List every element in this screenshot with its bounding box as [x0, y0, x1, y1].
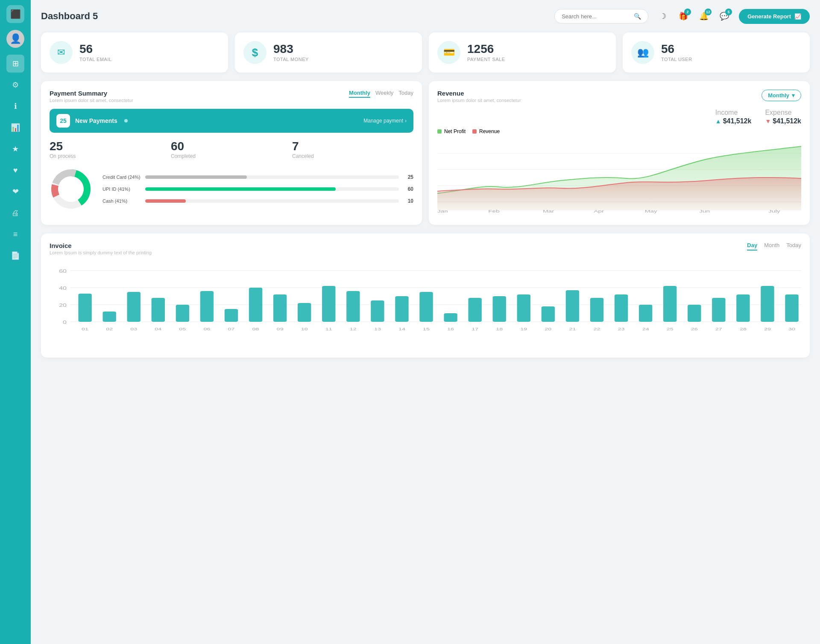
revenue-dot [472, 129, 477, 134]
tab-today-invoice[interactable]: Today [786, 242, 801, 251]
monthly-dropdown-button[interactable]: Monthly ▾ [761, 90, 801, 101]
svg-rect-82 [736, 294, 750, 322]
svg-text:Jun: Jun [699, 209, 710, 213]
invoice-header: Invoice Lorem Ipsum is simply dummy text… [50, 242, 801, 255]
arrow-down-icon: ▼ [765, 118, 771, 125]
payment-breakdown: Credit Card (24%) 25 UPI ID (41%) 60 [50, 168, 413, 210]
payment-panel-header: Payment Summary Lorem ipsum dolor sit am… [50, 90, 413, 103]
svg-text:24: 24 [642, 327, 649, 331]
stat-info-payment: 1256 PAYMENT SALE [467, 43, 505, 62]
avatar[interactable]: 👤 [6, 30, 24, 48]
tab-weekly-payment[interactable]: Weekly [375, 90, 393, 98]
total-user-number: 56 [661, 43, 692, 55]
generate-report-button[interactable]: Generate Report 📈 [739, 9, 810, 24]
sidebar-item-list[interactable]: ≡ [6, 225, 24, 243]
tab-monthly-payment[interactable]: Monthly [349, 90, 370, 98]
manage-payment-link[interactable]: Manage payment › [363, 118, 407, 124]
income-meta: Income ▲ $41,512k [715, 109, 752, 125]
cash-label: Cash (41%) [102, 198, 141, 204]
sidebar-item-star[interactable]: ★ [6, 140, 24, 158]
bell-button[interactable]: 🔔 12 [696, 9, 712, 24]
tab-month-invoice[interactable]: Month [764, 242, 779, 251]
svg-text:06: 06 [203, 327, 210, 331]
search-input[interactable] [562, 13, 630, 20]
gift-button[interactable]: 🎁 2 [676, 9, 691, 24]
credit-card-label: Credit Card (24%) [102, 175, 141, 180]
svg-rect-36 [176, 305, 189, 322]
svg-text:14: 14 [398, 327, 405, 331]
svg-text:02: 02 [106, 327, 113, 331]
new-payments-bar: 25 New Payments Manage payment › [50, 109, 413, 133]
search-icon: 🔍 [634, 13, 641, 20]
svg-text:09: 09 [277, 327, 284, 331]
donut-chart [50, 168, 92, 210]
sidebar-item-heart2[interactable]: ❤ [6, 183, 24, 201]
tab-today-payment[interactable]: Today [398, 90, 413, 98]
stat-info-email: 56 TOTAL EMAIL [79, 43, 112, 62]
svg-text:29: 29 [764, 327, 771, 331]
sidebar-item-dashboard[interactable]: ⊞ [6, 55, 24, 73]
credit-card-value: 25 [403, 174, 413, 180]
chat-button[interactable]: 💬 5 [717, 9, 732, 24]
payment-sale-number: 1256 [467, 43, 505, 55]
completed-number: 60 [171, 140, 292, 153]
invoice-tabs: Day Month Today [747, 242, 801, 251]
revenue-subtitle: Lorem ipsum dolor sit amet, consectetur [437, 98, 521, 103]
sidebar-item-info[interactable]: ℹ [6, 97, 24, 115]
svg-rect-84 [761, 286, 774, 322]
revenue-chart: Jan Feb Mar Apr May Jun July 0 30 60 90 … [437, 138, 801, 216]
cash-bar-bg [145, 199, 399, 203]
sidebar-item-doc[interactable]: 📄 [6, 247, 24, 265]
sidebar-item-print[interactable]: 🖨 [6, 204, 24, 222]
svg-text:05: 05 [179, 327, 186, 331]
sidebar-item-chart[interactable]: 📊 [6, 119, 24, 137]
total-email-number: 56 [79, 43, 112, 55]
svg-text:18: 18 [496, 327, 503, 331]
svg-rect-50 [346, 291, 360, 322]
svg-rect-48 [322, 286, 335, 322]
svg-text:04: 04 [155, 327, 161, 331]
svg-text:15: 15 [423, 327, 430, 331]
payment-stats-numbers: 25 On process 60 Completed 7 Canceled [50, 140, 413, 159]
svg-text:0: 0 [63, 320, 67, 325]
sidebar-logo[interactable]: ⬛ [6, 5, 24, 23]
search-box[interactable]: 🔍 [554, 9, 648, 23]
income-label: Income [715, 109, 752, 117]
expense-label: Expense [765, 109, 801, 117]
svg-rect-52 [371, 300, 384, 322]
svg-text:30: 30 [788, 327, 795, 331]
sidebar-item-settings[interactable]: ⚙ [6, 76, 24, 94]
svg-rect-78 [688, 305, 701, 322]
svg-text:20: 20 [59, 303, 67, 308]
stats-row: ✉ 56 TOTAL EMAIL $ 983 TOTAL MONEY 💳 125… [41, 32, 810, 73]
cash-bar-fill [145, 199, 186, 203]
moon-button[interactable]: ☽ [655, 9, 671, 24]
svg-text:11: 11 [325, 327, 332, 331]
total-user-label: TOTAL USER [661, 57, 692, 62]
chat-badge: 5 [725, 9, 732, 15]
payment-icon: 💳 [437, 41, 460, 64]
tab-day-invoice[interactable]: Day [747, 242, 757, 251]
generate-report-label: Generate Report [747, 13, 791, 20]
svg-rect-28 [78, 294, 91, 322]
svg-text:25: 25 [667, 327, 674, 331]
net-profit-dot [437, 129, 442, 134]
svg-text:22: 22 [593, 327, 600, 331]
progress-list: Credit Card (24%) 25 UPI ID (41%) 60 [102, 174, 413, 204]
sidebar: ⬛ 👤 ⊞ ⚙ ℹ 📊 ★ ♥ ❤ 🖨 ≡ 📄 [0, 0, 31, 644]
svg-text:10: 10 [301, 327, 308, 331]
page-title: Dashboard 5 [41, 11, 548, 22]
revenue-legend: Net Profit Revenue [437, 128, 801, 134]
invoice-section: Invoice Lorem Ipsum is simply dummy text… [41, 233, 810, 358]
invoice-chart: 0 20 40 60 01020304050607080910111213141… [50, 262, 801, 349]
money-icon: $ [243, 41, 266, 64]
sidebar-item-heart[interactable]: ♥ [6, 161, 24, 179]
svg-rect-72 [615, 294, 628, 322]
revenue-panel: Revenue Lorem ipsum dolor sit amet, cons… [429, 81, 810, 225]
svg-text:60: 60 [59, 269, 67, 274]
upi-bar-bg [145, 187, 399, 191]
net-profit-label: Net Profit [444, 128, 466, 134]
svg-text:July: July [768, 209, 780, 213]
income-value: ▲ $41,512k [715, 117, 752, 125]
stat-card-payment: 💳 1256 PAYMENT SALE [429, 32, 616, 73]
